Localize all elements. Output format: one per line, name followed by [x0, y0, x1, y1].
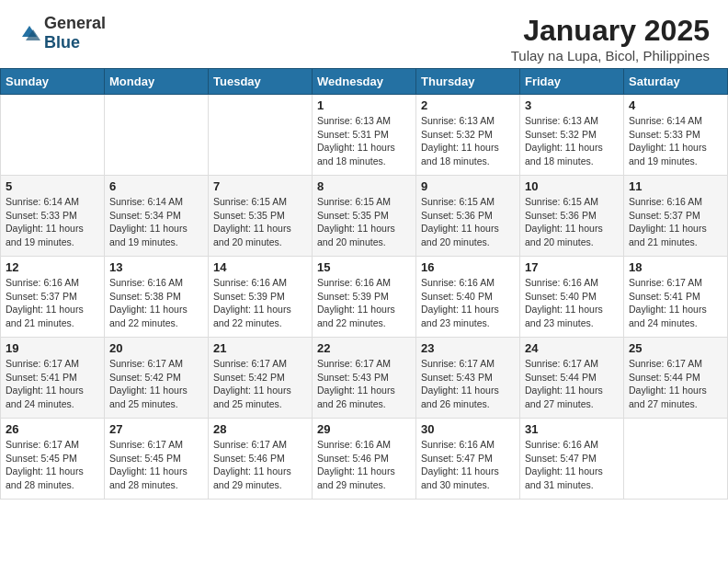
weekday-header: Monday: [105, 69, 209, 95]
day-number: 7: [213, 179, 307, 193]
day-number: 9: [421, 179, 515, 193]
calendar-cell: 14Sunrise: 6:16 AMSunset: 5:39 PMDayligh…: [209, 257, 313, 338]
day-info: Sunrise: 6:15 AMSunset: 5:35 PMDaylight:…: [213, 195, 307, 249]
day-number: 29: [317, 422, 411, 436]
day-number: 11: [629, 179, 722, 193]
calendar-cell: 20Sunrise: 6:17 AMSunset: 5:42 PMDayligh…: [105, 338, 209, 419]
calendar-cell: 10Sunrise: 6:15 AMSunset: 5:36 PMDayligh…: [520, 176, 624, 257]
day-number: 25: [629, 341, 722, 355]
weekday-header: Sunday: [1, 69, 105, 95]
calendar-cell: 3Sunrise: 6:13 AMSunset: 5:32 PMDaylight…: [520, 95, 624, 176]
calendar-row: 12Sunrise: 6:16 AMSunset: 5:37 PMDayligh…: [1, 257, 728, 338]
day-number: 3: [525, 98, 619, 112]
logo: General Blue: [18, 14, 106, 52]
day-info: Sunrise: 6:16 AMSunset: 5:40 PMDaylight:…: [525, 276, 619, 330]
day-number: 18: [629, 260, 722, 274]
day-info: Sunrise: 6:15 AMSunset: 5:36 PMDaylight:…: [421, 195, 515, 249]
calendar-header: SundayMondayTuesdayWednesdayThursdayFrid…: [1, 69, 728, 95]
day-number: 28: [213, 422, 307, 436]
day-number: 15: [317, 260, 411, 274]
calendar-cell: 4Sunrise: 6:14 AMSunset: 5:33 PMDaylight…: [624, 95, 728, 176]
day-info: Sunrise: 6:17 AMSunset: 5:45 PMDaylight:…: [6, 438, 99, 492]
day-info: Sunrise: 6:17 AMSunset: 5:45 PMDaylight:…: [109, 438, 203, 492]
day-number: 27: [109, 422, 203, 436]
day-info: Sunrise: 6:16 AMSunset: 5:37 PMDaylight:…: [629, 195, 722, 249]
day-info: Sunrise: 6:13 AMSunset: 5:32 PMDaylight:…: [525, 114, 619, 168]
calendar-cell: 5Sunrise: 6:14 AMSunset: 5:33 PMDaylight…: [1, 176, 105, 257]
day-info: Sunrise: 6:17 AMSunset: 5:44 PMDaylight:…: [629, 357, 722, 411]
calendar-cell: 31Sunrise: 6:16 AMSunset: 5:47 PMDayligh…: [520, 419, 624, 500]
weekday-header: Friday: [520, 69, 624, 95]
day-number: 17: [525, 260, 619, 274]
day-number: 21: [213, 341, 307, 355]
day-info: Sunrise: 6:14 AMSunset: 5:33 PMDaylight:…: [629, 114, 722, 168]
page-header: General Blue January 2025 Tulay na Lupa,…: [0, 0, 728, 68]
day-number: 13: [109, 260, 203, 274]
calendar-cell: 7Sunrise: 6:15 AMSunset: 5:35 PMDaylight…: [209, 176, 313, 257]
calendar-cell: 29Sunrise: 6:16 AMSunset: 5:46 PMDayligh…: [313, 419, 416, 500]
weekday-header: Wednesday: [313, 69, 416, 95]
calendar-cell: 13Sunrise: 6:16 AMSunset: 5:38 PMDayligh…: [105, 257, 209, 338]
day-info: Sunrise: 6:17 AMSunset: 5:41 PMDaylight:…: [629, 276, 722, 330]
calendar-cell: [209, 95, 313, 176]
calendar-cell: 16Sunrise: 6:16 AMSunset: 5:40 PMDayligh…: [416, 257, 520, 338]
day-info: Sunrise: 6:16 AMSunset: 5:47 PMDaylight:…: [421, 438, 515, 492]
calendar-cell: 27Sunrise: 6:17 AMSunset: 5:45 PMDayligh…: [105, 419, 209, 500]
day-info: Sunrise: 6:17 AMSunset: 5:41 PMDaylight:…: [6, 357, 99, 411]
day-number: 10: [525, 179, 619, 193]
day-info: Sunrise: 6:17 AMSunset: 5:46 PMDaylight:…: [213, 438, 307, 492]
calendar-row: 19Sunrise: 6:17 AMSunset: 5:41 PMDayligh…: [1, 338, 728, 419]
day-number: 8: [317, 179, 411, 193]
calendar-cell: 18Sunrise: 6:17 AMSunset: 5:41 PMDayligh…: [624, 257, 728, 338]
day-info: Sunrise: 6:16 AMSunset: 5:37 PMDaylight:…: [6, 276, 99, 330]
day-info: Sunrise: 6:16 AMSunset: 5:39 PMDaylight:…: [213, 276, 307, 330]
calendar-cell: 28Sunrise: 6:17 AMSunset: 5:46 PMDayligh…: [209, 419, 313, 500]
day-info: Sunrise: 6:14 AMSunset: 5:33 PMDaylight:…: [6, 195, 99, 249]
calendar-cell: 24Sunrise: 6:17 AMSunset: 5:44 PMDayligh…: [520, 338, 624, 419]
calendar-cell: 8Sunrise: 6:15 AMSunset: 5:35 PMDaylight…: [313, 176, 416, 257]
logo-blue: Blue: [44, 33, 80, 52]
day-number: 31: [525, 422, 619, 436]
day-number: 30: [421, 422, 515, 436]
day-number: 16: [421, 260, 515, 274]
day-number: 1: [317, 98, 411, 112]
calendar-row: 1Sunrise: 6:13 AMSunset: 5:31 PMDaylight…: [1, 95, 728, 176]
day-number: 22: [317, 341, 411, 355]
logo-text: General Blue: [44, 14, 106, 52]
weekday-header: Tuesday: [209, 69, 313, 95]
calendar-cell: 17Sunrise: 6:16 AMSunset: 5:40 PMDayligh…: [520, 257, 624, 338]
location-title: Tulay na Lupa, Bicol, Philippines: [511, 48, 710, 63]
calendar-table: SundayMondayTuesdayWednesdayThursdayFrid…: [0, 68, 728, 500]
day-number: 5: [6, 179, 99, 193]
weekday-row: SundayMondayTuesdayWednesdayThursdayFrid…: [1, 69, 728, 95]
day-info: Sunrise: 6:15 AMSunset: 5:36 PMDaylight:…: [525, 195, 619, 249]
calendar-cell: 22Sunrise: 6:17 AMSunset: 5:43 PMDayligh…: [313, 338, 416, 419]
day-info: Sunrise: 6:17 AMSunset: 5:42 PMDaylight:…: [109, 357, 203, 411]
calendar-cell: 26Sunrise: 6:17 AMSunset: 5:45 PMDayligh…: [1, 419, 105, 500]
day-number: 14: [213, 260, 307, 274]
day-number: 2: [421, 98, 515, 112]
day-info: Sunrise: 6:14 AMSunset: 5:34 PMDaylight:…: [109, 195, 203, 249]
day-number: 23: [421, 341, 515, 355]
title-section: January 2025 Tulay na Lupa, Bicol, Phili…: [511, 14, 710, 63]
calendar-cell: 15Sunrise: 6:16 AMSunset: 5:39 PMDayligh…: [313, 257, 416, 338]
calendar-cell: 23Sunrise: 6:17 AMSunset: 5:43 PMDayligh…: [416, 338, 520, 419]
day-info: Sunrise: 6:16 AMSunset: 5:47 PMDaylight:…: [525, 438, 619, 492]
weekday-header: Thursday: [416, 69, 520, 95]
calendar-row: 5Sunrise: 6:14 AMSunset: 5:33 PMDaylight…: [1, 176, 728, 257]
calendar-cell: 6Sunrise: 6:14 AMSunset: 5:34 PMDaylight…: [105, 176, 209, 257]
weekday-header: Saturday: [624, 69, 728, 95]
day-number: 26: [6, 422, 99, 436]
day-info: Sunrise: 6:16 AMSunset: 5:39 PMDaylight:…: [317, 276, 411, 330]
day-info: Sunrise: 6:16 AMSunset: 5:40 PMDaylight:…: [421, 276, 515, 330]
calendar-cell: [105, 95, 209, 176]
logo-general: General: [44, 14, 106, 32]
calendar-cell: [624, 419, 728, 500]
logo-icon: [18, 22, 40, 44]
calendar-cell: 12Sunrise: 6:16 AMSunset: 5:37 PMDayligh…: [1, 257, 105, 338]
calendar-cell: 30Sunrise: 6:16 AMSunset: 5:47 PMDayligh…: [416, 419, 520, 500]
month-title: January 2025: [511, 14, 710, 48]
calendar-cell: 11Sunrise: 6:16 AMSunset: 5:37 PMDayligh…: [624, 176, 728, 257]
calendar-cell: 9Sunrise: 6:15 AMSunset: 5:36 PMDaylight…: [416, 176, 520, 257]
calendar-cell: [1, 95, 105, 176]
